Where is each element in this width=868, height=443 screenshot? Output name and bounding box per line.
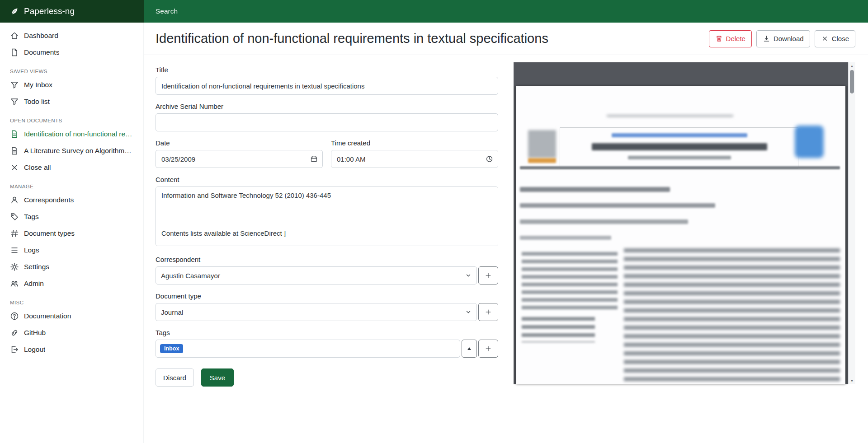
correspondent-select[interactable]: Agustin Casamayor [156,266,477,284]
person-icon [10,196,19,205]
trash-icon [715,35,723,42]
scroll-thumb[interactable] [850,70,854,93]
sidebar-section-saved-views: SAVED VIEWS [0,69,143,74]
content-textarea[interactable]: Information and Software Technology 52 (… [156,187,498,246]
sidebar-item-label: A Literature Survey on Algorithms for Mu… [24,147,133,155]
title-input[interactable] [156,77,498,95]
sidebar-item-label: Documents [24,48,59,56]
add-correspondent-button[interactable] [478,266,498,284]
pdf-blur-logo-strip [528,158,556,163]
plus-icon [485,308,492,316]
tags-input[interactable]: Inbox [156,340,460,358]
sidebar-open-doc-2[interactable]: A Literature Survey on Algorithms for Mu… [0,142,143,159]
pdf-blur-title-line-1 [520,187,670,192]
scroll-up-arrow[interactable]: ▲ [849,63,855,69]
sidebar-item-label: Logout [24,345,45,354]
sidebar-item-label: Identification of non-functional require… [24,130,133,138]
search-input[interactable] [156,7,646,15]
clock-icon [486,155,493,163]
users-icon [10,279,19,288]
tags-dropdown-button[interactable] [462,340,477,358]
delete-button-label: Delete [726,35,745,42]
document-type-select[interactable]: Journal [156,303,477,321]
pdf-scrollbar[interactable]: ▲ ▼ [848,62,855,384]
download-button[interactable]: Download [756,30,810,47]
sidebar-item-github[interactable]: GitHub [0,324,143,341]
plus-icon [485,345,492,352]
caret-up-icon [467,347,471,350]
sidebar-item-todo-list[interactable]: Todo list [0,93,143,110]
sidebar-item-close-all[interactable]: Close all [0,159,143,176]
sidebar-item-my-inbox[interactable]: My Inbox [0,76,143,93]
plus-icon [485,272,492,279]
content-label: Content [156,176,498,183]
sidebar-item-settings[interactable]: Settings [0,258,143,275]
sidebar-item-label: Logs [24,246,39,254]
pdf-blur-journal-link [612,133,747,137]
sidebar-item-label: Todo list [24,98,50,106]
sidebar-item-tags[interactable]: Tags [0,208,143,225]
save-button[interactable]: Save [201,368,234,387]
app-brand[interactable]: Paperless-ng [0,0,144,23]
sidebar-item-label: Settings [24,263,49,271]
document-header: Identification of non-functional require… [144,23,868,55]
discard-button[interactable]: Discard [156,368,194,387]
logout-icon [10,345,19,354]
time-created-input[interactable] [331,150,498,168]
archive-serial-number-label: Archive Serial Number [156,103,498,110]
correspondent-selected-value: Agustin Casamayor [161,272,220,280]
list-icon [10,246,19,255]
date-input[interactable] [156,150,323,168]
sidebar-section-open-documents: OPEN DOCUMENTS [0,118,143,123]
pdf-blur-rule [520,166,840,169]
sidebar-item-documents[interactable]: Documents [0,44,143,61]
sidebar-item-label: Document types [24,229,75,238]
page-title: Identification of non-functional require… [156,31,548,46]
sidebar-open-doc-1[interactable]: Identification of non-functional require… [0,126,143,142]
pdf-preview: ▲ ▼ [514,62,855,384]
sidebar-section-manage: MANAGE [0,184,143,189]
sidebar-item-dashboard[interactable]: Dashboard [0,27,143,44]
pdf-blur-publisher-logo [528,130,556,158]
file-text-icon [10,130,19,139]
close-icon [10,163,19,172]
chevron-down-icon [465,272,472,279]
pdf-viewer [514,86,848,384]
pdf-blur-article-info-block [522,252,618,310]
download-icon [763,35,770,42]
add-tag-button[interactable] [478,340,498,358]
tags-label: Tags [156,329,498,336]
sidebar-item-logout[interactable]: Logout [0,341,143,358]
archive-serial-number-input[interactable] [156,113,498,131]
document-edit-form: Title Archive Serial Number Date Time cr… [156,66,498,387]
sidebar-item-documentation[interactable]: Documentation [0,308,143,324]
file-text-icon [10,146,19,155]
pdf-blur-top-line [607,115,733,117]
sidebar: Dashboard Documents SAVED VIEWS My Inbox… [0,23,144,443]
sidebar-item-logs[interactable]: Logs [0,242,143,258]
sidebar-section-misc: MISC [0,300,143,305]
sidebar-item-admin[interactable]: Admin [0,275,143,292]
scroll-down-arrow[interactable]: ▼ [849,378,855,384]
funnel-icon [10,97,19,106]
file-icon [10,48,19,57]
document-type-selected-value: Journal [161,308,183,316]
pdf-blur-journal-subtitle [628,156,731,159]
time-created-label: Time created [331,139,498,147]
date-field: Date [156,139,323,168]
delete-button[interactable]: Delete [709,30,752,47]
pdf-blur-journal-title [592,143,767,150]
sidebar-item-label: Documentation [24,312,71,320]
add-document-type-button[interactable] [478,303,498,321]
document-detail-body: Title Archive Serial Number Date Time cr… [144,55,868,443]
pdf-blur-journal-header-box [560,127,798,169]
sidebar-item-correspondents[interactable]: Correspondents [0,191,143,208]
close-button[interactable]: Close [815,30,855,47]
sidebar-item-document-types[interactable]: Document types [0,225,143,242]
sidebar-item-label: Close all [24,163,51,172]
sidebar-item-label: My Inbox [24,81,52,89]
search-bar [144,0,868,23]
tag-badge[interactable]: Inbox [160,344,183,354]
sidebar-item-label: Dashboard [24,32,58,40]
app-title: Paperless-ng [24,6,75,16]
